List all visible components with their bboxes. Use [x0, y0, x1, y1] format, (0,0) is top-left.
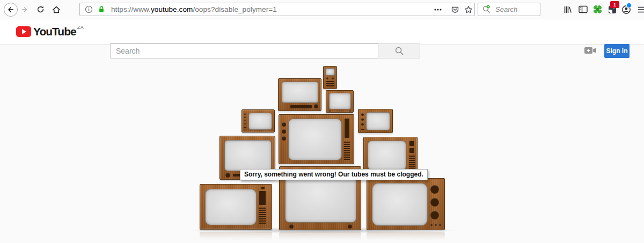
tv-knob	[282, 129, 286, 134]
youtube-wordmark: YouTube	[33, 25, 76, 38]
tv-screen	[282, 82, 318, 103]
tv-panel	[261, 187, 265, 189]
tv	[279, 114, 354, 164]
back-button[interactable]	[3, 2, 18, 17]
youtube-region-label: ZA	[77, 25, 84, 30]
toolbar-search-input[interactable]	[494, 5, 538, 14]
error-message: Sorry, something went wrong! Our tubes m…	[240, 169, 428, 180]
pocket-button[interactable]	[449, 3, 462, 16]
tv-knob	[430, 198, 439, 207]
tv-speaker-grille	[344, 142, 350, 161]
reload-button[interactable]	[33, 2, 48, 17]
tv	[358, 109, 393, 133]
sidebar-icon	[579, 5, 588, 13]
tv-panel	[290, 105, 312, 108]
tv	[278, 78, 321, 111]
tv-knob	[244, 113, 246, 115]
tv-screen	[205, 189, 257, 225]
search-icon	[478, 5, 494, 14]
tv-knob	[361, 118, 364, 121]
tv-reflection	[279, 232, 361, 240]
menu-icon	[638, 6, 644, 13]
youtube-search-input[interactable]	[110, 43, 378, 58]
library-icon	[564, 5, 572, 14]
tv	[200, 184, 272, 230]
tv	[241, 109, 275, 132]
bookmark-star-icon	[464, 5, 473, 14]
tv-knob	[329, 110, 331, 112]
tv-screen	[366, 112, 390, 130]
tv-screen	[248, 113, 272, 130]
upload-camera-icon[interactable]	[584, 46, 597, 55]
tv-panel	[345, 119, 349, 138]
tv-panel	[409, 141, 414, 146]
library-button[interactable]	[560, 2, 575, 17]
info-icon[interactable]	[81, 3, 96, 16]
reload-icon	[36, 5, 45, 13]
bookmark-star-button[interactable]	[462, 3, 475, 16]
avast-icon	[592, 4, 603, 14]
tv-knob	[225, 173, 230, 178]
home-icon	[52, 5, 61, 14]
youtube-search-button[interactable]	[378, 43, 420, 58]
tv-screen	[224, 140, 272, 171]
tv-screen	[329, 93, 351, 109]
tv	[363, 137, 418, 173]
url-scheme: https://www.	[111, 5, 151, 13]
home-button[interactable]	[49, 2, 63, 17]
tv-knob	[349, 110, 351, 112]
url-path: /oops?disable_polymer=1	[193, 5, 277, 13]
tv-knob	[244, 120, 246, 121]
tv-panel	[244, 127, 246, 128]
sidebar-button[interactable]	[576, 2, 590, 17]
url-domain: youtube.com	[151, 5, 193, 13]
tv-screen	[288, 119, 342, 160]
tv-reflection	[367, 232, 445, 240]
tv-knob	[282, 122, 286, 127]
tv-knob	[361, 113, 364, 116]
avast-extension-button[interactable]	[590, 2, 605, 17]
youtube-header: YouTube ZA Sign in	[0, 19, 644, 45]
tv-knob	[361, 123, 364, 126]
browser-toolbar: https://www.youtube.com/oops?disable_pol…	[0, 0, 644, 19]
tv-screen	[372, 183, 428, 226]
tv-knob	[289, 224, 294, 229]
url-text: https://www.youtube.com/oops?disable_pol…	[111, 5, 277, 13]
tv-panel	[409, 148, 414, 153]
page-actions-icon	[434, 9, 442, 11]
lock-icon[interactable]	[95, 5, 108, 13]
tv-screen	[368, 141, 406, 170]
page-actions-button[interactable]	[431, 3, 444, 16]
url-bar[interactable]: https://www.youtube.com/oops?disable_pol…	[79, 3, 475, 16]
tv-knob	[348, 224, 352, 229]
tv-knob	[244, 116, 246, 118]
pocket-icon	[451, 5, 459, 14]
tv-panel	[259, 191, 266, 205]
tv	[326, 90, 354, 113]
tv-knob	[439, 224, 441, 226]
extension-badge: 1	[610, 1, 619, 8]
tv-reflection	[200, 232, 272, 240]
error-page-content: Sorry, something went wrong! Our tubes m…	[0, 45, 644, 243]
tv-knob	[430, 211, 439, 219]
tv-knob	[314, 104, 318, 108]
search-icon	[394, 46, 404, 56]
tv-knob	[430, 185, 439, 194]
tv	[367, 178, 445, 230]
tv-knob	[332, 77, 334, 79]
account-notification-dot	[626, 3, 632, 8]
youtube-logo[interactable]: YouTube ZA	[16, 24, 83, 39]
tv	[323, 66, 337, 89]
tv-speaker-grille	[409, 156, 415, 170]
menu-button[interactable]	[634, 2, 644, 17]
youtube-play-icon	[16, 26, 31, 37]
back-icon	[4, 3, 18, 17]
toolbar-search[interactable]	[478, 3, 540, 16]
forward-icon	[20, 6, 28, 13]
sign-in-button[interactable]: Sign in	[604, 44, 630, 58]
tv-speaker-grille	[259, 208, 266, 225]
forward-button[interactable]	[17, 2, 32, 17]
tv-knob	[326, 77, 328, 79]
tv-knob	[435, 224, 437, 226]
tv-speaker-grille	[326, 81, 334, 87]
